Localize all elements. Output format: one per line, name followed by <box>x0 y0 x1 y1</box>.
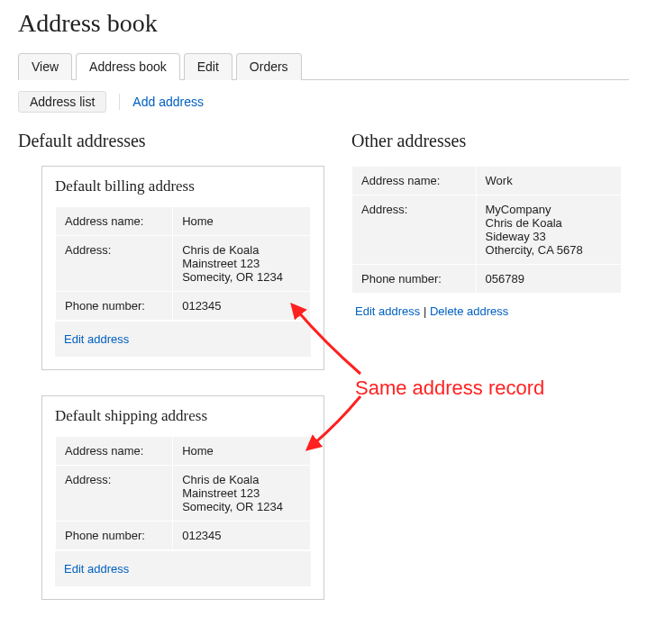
billing-heading: Default billing address <box>55 177 311 195</box>
table-row: Phone number: 056789 <box>352 265 622 294</box>
table-row: Phone number: 012345 <box>56 292 311 321</box>
edit-shipping-link[interactable]: Edit address <box>64 562 129 576</box>
table-row: Address: MyCompany Chris de Koala Sidewa… <box>352 195 622 265</box>
label-address: Address: <box>56 236 173 292</box>
subtab-add-address[interactable]: Add address <box>132 95 204 109</box>
delete-other-link[interactable]: Delete address <box>430 304 508 318</box>
divider <box>119 94 120 110</box>
billing-address-value: Chris de Koala Mainstreet 123 Somecity, … <box>173 236 311 292</box>
billing-name-value: Home <box>173 207 311 236</box>
content-columns: Default addresses Default billing addres… <box>18 131 629 625</box>
tab-view[interactable]: View <box>18 53 72 80</box>
shipping-name-value: Home <box>173 437 311 466</box>
default-addresses-heading: Default addresses <box>18 131 324 151</box>
other-address-value: MyCompany Chris de Koala Sideway 33 Othe… <box>476 195 621 265</box>
secondary-tabs: Address list Add address <box>18 91 629 113</box>
other-actions: Edit address | Delete address <box>351 294 622 329</box>
shipping-phone-value: 012345 <box>173 522 311 550</box>
label-address-name: Address name: <box>56 437 173 466</box>
shipping-actions: Edit address <box>55 550 311 586</box>
label-address-name: Address name: <box>352 167 477 195</box>
other-phone-value: 056789 <box>476 265 621 294</box>
tab-orders[interactable]: Orders <box>236 53 302 80</box>
other-name-value: Work <box>476 167 621 195</box>
billing-phone-value: 012345 <box>173 292 311 321</box>
table-row: Address name: Home <box>56 207 311 236</box>
table-row: Address name: Home <box>56 437 311 466</box>
shipping-address-value: Chris de Koala Mainstreet 123 Somecity, … <box>173 466 311 522</box>
default-addresses-column: Default addresses Default billing addres… <box>18 131 324 625</box>
tab-edit[interactable]: Edit <box>184 53 232 80</box>
table-row: Address: Chris de Koala Mainstreet 123 S… <box>56 466 311 522</box>
label-phone: Phone number: <box>352 265 477 294</box>
tab-address-book[interactable]: Address book <box>76 53 180 80</box>
shipping-heading: Default shipping address <box>55 407 311 425</box>
billing-address-box: Default billing address Address name: Ho… <box>41 166 324 370</box>
label-phone: Phone number: <box>56 522 173 550</box>
table-row: Address: Chris de Koala Mainstreet 123 S… <box>56 236 311 292</box>
page-title: Address book <box>18 9 629 38</box>
label-address: Address: <box>56 466 173 522</box>
other-addresses-column: Other addresses Address name: Work Addre… <box>351 131 622 329</box>
primary-tabs: View Address book Edit Orders <box>18 52 629 80</box>
shipping-table: Address name: Home Address: Chris de Koa… <box>55 436 311 550</box>
shipping-address-box: Default shipping address Address name: H… <box>41 395 324 600</box>
other-table: Address name: Work Address: MyCompany Ch… <box>351 166 622 294</box>
label-phone: Phone number: <box>56 292 173 321</box>
billing-actions: Edit address <box>55 321 311 357</box>
edit-billing-link[interactable]: Edit address <box>64 332 129 346</box>
label-address-name: Address name: <box>56 207 173 236</box>
action-separator: | <box>420 304 430 318</box>
table-row: Phone number: 012345 <box>56 522 311 550</box>
billing-table: Address name: Home Address: Chris de Koa… <box>55 206 311 321</box>
subtab-address-list[interactable]: Address list <box>18 91 106 113</box>
label-address: Address: <box>352 195 477 265</box>
other-addresses-heading: Other addresses <box>351 131 622 151</box>
table-row: Address name: Work <box>352 167 622 195</box>
edit-other-link[interactable]: Edit address <box>355 304 420 318</box>
